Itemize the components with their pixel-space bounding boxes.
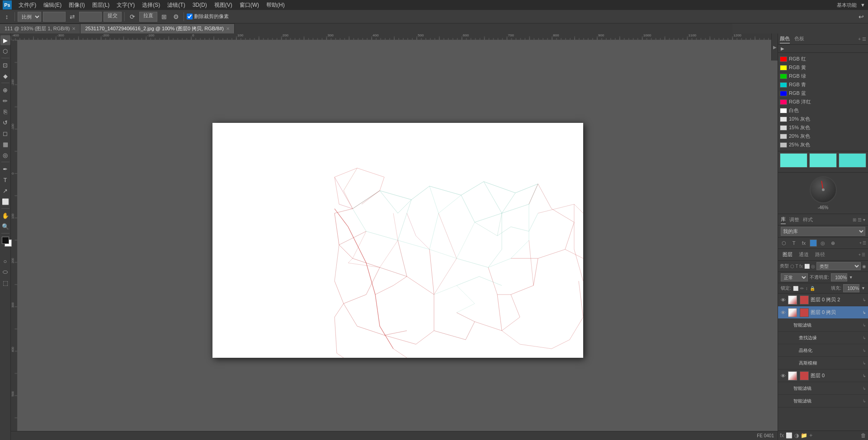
- tab-adjust[interactable]: 调整: [789, 215, 799, 224]
- tab-style[interactable]: 样式: [803, 215, 813, 224]
- tool-pen[interactable]: ✒: [0, 164, 10, 174]
- menu-image[interactable]: 图像(I): [66, 0, 88, 10]
- color-preview-1[interactable]: [780, 153, 807, 168]
- tab-1-close[interactable]: ✕: [72, 26, 75, 31]
- color-preview-2[interactable]: [809, 153, 837, 168]
- layers-tab-channels[interactable]: 通道: [797, 250, 811, 259]
- swatch-rgb-red[interactable]: [780, 56, 787, 62]
- tool-select[interactable]: ▶: [0, 35, 10, 45]
- layer-row-smart-filter-2[interactable]: 智能滤镜 ↳: [778, 382, 868, 395]
- transform-value-input[interactable]: [43, 12, 66, 22]
- tab-library[interactable]: 库: [781, 215, 786, 224]
- tool-text[interactable]: T: [0, 175, 10, 185]
- library-menu-icon[interactable]: ▾: [863, 217, 865, 222]
- layers-header-icon-2[interactable]: ☰: [862, 253, 865, 257]
- layers-tab-layers[interactable]: 图层: [781, 250, 794, 259]
- layers-filter-select[interactable]: 类型: [816, 262, 861, 270]
- swatch-gray20[interactable]: [780, 134, 787, 139]
- straighten-icon[interactable]: ⟳: [127, 12, 137, 22]
- swatch-gray15[interactable]: [780, 125, 787, 131]
- panel-mini-icon-1[interactable]: +: [859, 241, 862, 245]
- layer-group-button[interactable]: 📁: [801, 432, 807, 439]
- tool-spot-heal[interactable]: ⊕: [0, 85, 10, 95]
- grid-icon[interactable]: ⊞: [159, 12, 169, 22]
- swatches-menu-icon[interactable]: ☰: [862, 37, 866, 42]
- menu-edit[interactable]: 编辑(E): [40, 0, 65, 10]
- layers-icon-text[interactable]: T: [790, 239, 798, 247]
- settings-icon[interactable]: ⚙: [171, 12, 181, 22]
- library-grid-icon[interactable]: ⊞: [853, 217, 856, 222]
- tool-zoom[interactable]: 🔍: [0, 221, 10, 231]
- menu-select[interactable]: 选择(S): [139, 0, 163, 10]
- right-panel-collapse[interactable]: ▶: [771, 33, 778, 61]
- library-list-icon[interactable]: ☰: [858, 217, 862, 222]
- swap-icon[interactable]: ⇄: [67, 12, 77, 22]
- swatch-rgb-yellow[interactable]: [780, 65, 787, 70]
- lock-icon-1[interactable]: ⬜: [793, 286, 798, 291]
- transform-select[interactable]: 比例: [18, 12, 41, 22]
- filter-toggle[interactable]: ◉: [862, 264, 866, 269]
- layer-adjust-button[interactable]: ◑: [794, 432, 799, 439]
- tool-mode-standard[interactable]: ○: [0, 256, 10, 266]
- commit-button[interactable]: 提交: [104, 12, 122, 22]
- layer-row-copy2[interactable]: 👁 图层 0 拷贝 2 ↳: [778, 294, 868, 306]
- tool-hand[interactable]: ✋: [0, 211, 10, 220]
- tool-path-select[interactable]: ↗: [0, 186, 10, 196]
- tab-1[interactable]: 111 @ 193% (图层 1, RGB/8) ✕: [0, 23, 80, 33]
- tool-dodge[interactable]: ◎: [0, 150, 10, 160]
- lock-icon-3[interactable]: ↕: [806, 286, 808, 291]
- tool-screen-mode[interactable]: ⬚: [0, 278, 10, 288]
- dial-knob[interactable]: [810, 176, 837, 203]
- tab-swatches[interactable]: 色板: [794, 34, 804, 43]
- menu-3d[interactable]: 3D(D): [189, 1, 210, 9]
- layer-vis-fe[interactable]: [791, 335, 797, 341]
- layers-tab-paths[interactable]: 路径: [813, 250, 827, 259]
- menu-file[interactable]: 文件(F): [15, 0, 39, 10]
- tool-move-icon[interactable]: ↕: [2, 12, 12, 22]
- opacity-dropdown[interactable]: ▼: [849, 275, 853, 280]
- panel-mini-icon-2[interactable]: ☰: [863, 241, 866, 245]
- layer-vis-sf2[interactable]: [785, 385, 792, 392]
- swatch-rgb-magenta[interactable]: [780, 99, 787, 105]
- tab-2[interactable]: 2531170_140729406616_2.jpg @ 100% (图层0 拷…: [80, 23, 235, 33]
- tool-crop[interactable]: ⊡: [0, 60, 10, 70]
- menu-layer[interactable]: 图层(L): [89, 0, 113, 10]
- lock-icon-4[interactable]: 🔒: [810, 286, 815, 291]
- layer-fx-button[interactable]: fx: [780, 432, 784, 439]
- tool-lasso[interactable]: ⬡: [0, 46, 10, 56]
- menu-filter[interactable]: 滤镜(T): [164, 0, 188, 10]
- tool-brush[interactable]: ✏: [0, 96, 10, 106]
- tool-clone[interactable]: ⎘: [0, 107, 10, 117]
- layer-row-copy[interactable]: 👁 图层 0 拷贝 ↳: [778, 306, 868, 319]
- workspace-dropdown-icon[interactable]: ▼: [860, 2, 865, 8]
- swatch-gray10[interactable]: [780, 117, 787, 122]
- layer-vis-sf3[interactable]: [785, 398, 792, 404]
- swatch-gray25[interactable]: [780, 142, 787, 148]
- opacity-input[interactable]: [831, 273, 847, 281]
- swatch-group-arrow[interactable]: ▶: [781, 46, 784, 51]
- tool-eyedropper[interactable]: ◆: [0, 71, 10, 81]
- layer-vis-copy2[interactable]: 👁: [780, 297, 786, 303]
- fill-input[interactable]: [843, 284, 859, 292]
- layers-icon-fx[interactable]: fx: [800, 239, 808, 247]
- swatch-white[interactable]: [780, 108, 787, 113]
- swatch-rgb-blue[interactable]: [780, 91, 787, 96]
- blend-mode-select[interactable]: 正常: [781, 273, 808, 281]
- layer-row-smart-filter-1[interactable]: 智能滤镜 ↳: [778, 319, 868, 332]
- background-color-box[interactable]: [2, 237, 9, 244]
- lock-icon-2[interactable]: ✏: [800, 286, 804, 291]
- layer-vis-gauss[interactable]: [791, 360, 797, 366]
- library-dropdown[interactable]: 我的库: [781, 227, 865, 236]
- color-preview-3[interactable]: [839, 153, 866, 168]
- fill-dropdown[interactable]: ▼: [861, 286, 865, 290]
- crop-pixels-checkbox[interactable]: [187, 14, 193, 19]
- layer-row-0[interactable]: 👁 图层 0 ↳: [778, 370, 868, 382]
- tool-history[interactable]: ↺: [0, 117, 10, 127]
- tool-mode-quick[interactable]: ⬭: [0, 267, 10, 277]
- layers-header-icon-1[interactable]: +: [859, 253, 861, 257]
- layer-row-crystallize[interactable]: 晶格化 ↳: [778, 344, 868, 357]
- tab-2-close[interactable]: ✕: [226, 26, 230, 31]
- layer-vis-sf1[interactable]: [785, 322, 792, 328]
- layers-icon-color-square[interactable]: [810, 239, 817, 247]
- undo-button[interactable]: ↩: [856, 12, 866, 22]
